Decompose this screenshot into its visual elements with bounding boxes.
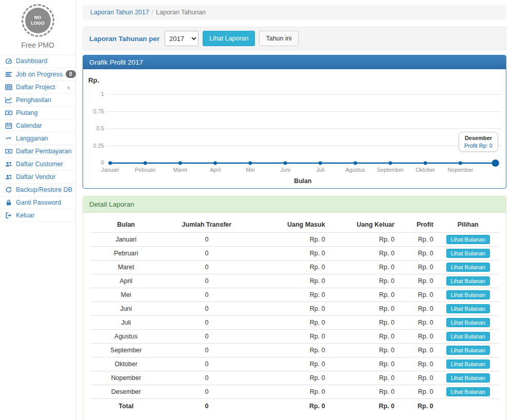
y-tick-label: 1 [101,91,104,97]
total-value: Rp. 0 [329,399,399,414]
cell-profit: Rp. 0 [399,357,438,371]
sidebar-item-penghasilan[interactable]: Penghasilan [0,94,75,107]
lihat-bulanan-button[interactable]: Lihat Bulanan [446,263,490,272]
calendar-icon [5,122,13,129]
lihat-bulanan-button[interactable]: Lihat Bulanan [446,332,490,341]
breadcrumb-link[interactable]: Laporan Tahun 2017 [90,9,149,16]
y-tick-label: 0.75 [93,108,104,114]
lihat-bulanan-button[interactable]: Lihat Bulanan [446,387,490,396]
sidebar-item-langganan[interactable]: Langganan [0,132,75,145]
breadcrumb: Laporan Tahun 2017/Laporan Tahunan [83,5,506,19]
sidebar-item-daftar-customer[interactable]: Daftar Customer [0,158,75,171]
sidebar-item-calendar[interactable]: Calendar [0,119,75,132]
x-tick-label: Januari [101,167,119,173]
chart-point-april[interactable] [213,162,217,165]
x-tick-label: Maret [173,167,187,173]
chart-point-september[interactable] [388,162,392,165]
chart-panel-title: Grafik Profit 2017 [83,55,506,69]
sidebar-item-label: Ganti Password [16,199,61,206]
cell-uang-keluar: Rp. 0 [329,316,399,330]
column-header-profit: Profit [399,217,438,233]
cell-uang-keluar: Rp. 0 [329,247,399,261]
count-badge: 0 [66,70,76,78]
cell-uang-masuk: Rp. 0 [251,233,329,247]
x-tick-label: Juni [280,167,290,173]
column-header-jumlah-transfer: Jumlah Transfer [162,217,251,233]
table-row-mei: Mei0Rp. 0Rp. 0Rp. 0Lihat Bulanan [90,288,499,302]
cell-uang-keluar: Rp. 0 [329,302,399,316]
cell-bulan: Pebruari [90,247,162,261]
chart-point-nopember[interactable] [459,162,462,165]
chart-point-juli[interactable] [319,162,322,165]
lihat-bulanan-button[interactable]: Lihat Bulanan [446,235,490,244]
cell-uang-masuk: Rp. 0 [251,302,329,316]
report-table: BulanJumlah TransferUang MasukUang Kelua… [90,217,499,413]
retweet-icon [5,135,13,142]
cell-profit: Rp. 0 [399,261,438,274]
cell-profit: Rp. 0 [399,274,438,288]
y-axis-label: Rp. [88,76,99,84]
chart-point-maret[interactable] [179,162,182,165]
sidebar-item-keluar[interactable]: Keluar [0,209,75,222]
total-value: Rp. 0 [251,399,329,414]
lihat-bulanan-button[interactable]: Lihat Bulanan [446,290,490,299]
brand-name: Free PMO [0,41,75,49]
cell-uang-keluar: Rp. 0 [329,344,399,357]
cell-bulan: Nopember [90,371,162,385]
sidebar-item-backup-restore-db[interactable]: Backup/Restore DB [0,184,75,196]
chart-point-januari[interactable] [108,162,112,165]
sidebar-item-daftar-vendor[interactable]: Daftar Vendor [0,171,75,184]
chart-point-agustus[interactable] [353,162,357,165]
report-controls-label: Laporan Tahunan per [89,35,160,43]
lihat-bulanan-button[interactable]: Lihat Bulanan [446,373,490,383]
chart-point-desember[interactable] [492,159,499,167]
sidebar-item-job-on-progress[interactable]: Job on Progress0 [0,68,75,81]
cell-pilihan: Lihat Bulanan [438,344,499,357]
lihat-bulanan-button[interactable]: Lihat Bulanan [446,359,490,369]
lihat-bulanan-button[interactable]: Lihat Bulanan [446,346,490,355]
cell-profit: Rp. 0 [399,385,438,399]
sidebar-item-label: Dashboard [16,57,47,65]
cell-pilihan: Lihat Bulanan [438,261,499,274]
sidebar-item-label: Job on Progress [16,71,63,78]
cell-uang-keluar: Rp. 0 [329,288,399,302]
cell-profit: Rp. 0 [399,330,438,344]
sidebar-item-label: Penghasilan [16,96,51,104]
sidebar-item-piutang[interactable]: Piutang [0,107,75,119]
app-layout: NO LOGO Free PMO DashboardJob on Progres… [0,0,513,420]
lihat-bulanan-button[interactable]: Lihat Bulanan [446,276,490,286]
detail-panel-title: Detail Laporan [83,196,506,213]
chart-point-juni[interactable] [284,162,287,165]
lihat-bulanan-button[interactable]: Lihat Bulanan [446,304,490,313]
cell-bulan: Juni [90,302,162,316]
cell-uang-masuk: Rp. 0 [251,330,329,344]
cell-uang-masuk: Rp. 0 [251,274,329,288]
column-header-uang-keluar: Uang Keluar [329,217,399,233]
cell-pilihan: Lihat Bulanan [438,233,499,247]
cell-pilihan: Lihat Bulanan [438,371,499,385]
x-tick-label: Oktober [416,167,435,173]
tahun-ini-button[interactable]: Tahun ini [259,31,298,46]
chart-point-oktober[interactable] [424,162,427,165]
report-table-body: Januari0Rp. 0Rp. 0Rp. 0Lihat BulananPebr… [90,233,499,399]
cell-uang-keluar: Rp. 0 [329,274,399,288]
table-row-juni: Juni0Rp. 0Rp. 0Rp. 0Lihat Bulanan [90,302,499,316]
sidebar-item-ganti-password[interactable]: Ganti Password [0,196,75,209]
total-value: Rp. 0 [399,399,438,414]
lihat-bulanan-button[interactable]: Lihat Bulanan [446,318,490,327]
chart-point-pebruari[interactable] [144,162,147,165]
chart-tooltip: Desember Profit Rp: 0 [459,132,498,152]
sidebar-item-daftar-project[interactable]: Daftar Project‹ [0,81,75,94]
gauge-icon [5,57,13,65]
cell-pilihan: Lihat Bulanan [438,330,499,344]
lihat-laporan-button[interactable]: Lihat Laporan [203,31,255,46]
chart-point-mei[interactable] [248,162,252,165]
cell-bulan: Maret [90,261,162,274]
year-select[interactable]: 2017 [165,31,199,46]
total-value [438,399,499,414]
lihat-bulanan-button[interactable]: Lihat Bulanan [446,249,490,258]
breadcrumb-current: Laporan Tahunan [156,9,206,16]
cell-bulan: Mei [90,288,162,302]
sidebar-item-daftar-pembayaran[interactable]: Daftar Pembayaran [0,145,75,158]
sidebar-item-dashboard[interactable]: Dashboard [0,55,75,68]
